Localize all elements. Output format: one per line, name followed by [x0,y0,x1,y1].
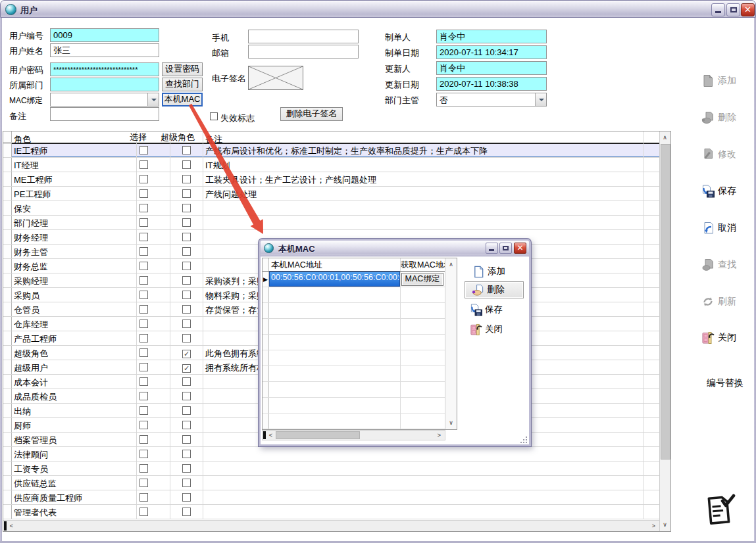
refresh-button[interactable]: 刷新 [701,293,753,310]
role-row[interactable]: 部门经理 [3,216,670,230]
role-row[interactable]: 供应链总监 [3,476,670,490]
scroll-thumb[interactable] [661,144,670,460]
scroll-right-icon[interactable]: > [649,521,659,531]
scroll-left-icon[interactable]: < [7,521,16,531]
super-role-checkbox[interactable] [182,450,191,458]
dialog-maximize-button[interactable] [499,243,512,254]
super-role-checkbox[interactable] [182,493,191,502]
super-role-checkbox[interactable] [182,276,191,285]
update-date-input[interactable] [436,77,547,91]
dept-manager-dropdown[interactable]: 否 [436,93,547,106]
super-role-checkbox[interactable] [182,479,191,487]
dialog-minimize-button[interactable] [486,243,498,254]
create-date-input[interactable] [436,45,547,59]
select-checkbox[interactable] [139,421,148,429]
scroll-thumb[interactable] [276,431,360,439]
dialog-save-button[interactable]: 保存 [470,301,503,318]
password-input[interactable] [50,62,159,76]
dialog-add-button[interactable]: 添加 [472,263,505,280]
creator-input[interactable] [436,30,547,43]
find-button[interactable]: 查找 [701,256,753,273]
role-row[interactable]: ME工程师工装夹具设计；生产工艺设计；产线问题处理 [3,172,670,187]
super-role-checkbox[interactable] [182,508,191,516]
super-role-checkbox[interactable] [182,146,191,154]
esign-placeholder[interactable] [248,66,303,90]
super-role-checkbox[interactable] [182,175,191,183]
mac-vscrollbar[interactable]: ∧ ∨ [445,258,457,429]
select-checkbox[interactable] [139,146,148,154]
super-role-checkbox[interactable] [182,247,191,256]
maximize-button[interactable] [726,3,740,16]
save-button[interactable]: 保存 [701,183,753,200]
roles-vscrollbar[interactable]: ∧ ∨ [659,131,670,531]
role-row[interactable]: 管理者代表 [3,505,670,519]
dialog-close-button[interactable]: ✕ [514,243,526,254]
resize-grip[interactable] [520,437,527,443]
note-input[interactable] [50,107,159,121]
user-code-input[interactable] [50,28,159,42]
dialog-close-action-button[interactable]: 关闭 [470,321,503,338]
select-checkbox[interactable] [139,508,148,516]
super-role-checkbox[interactable] [182,204,191,212]
scroll-up-icon[interactable]: ∧ [446,260,456,270]
select-checkbox[interactable] [139,291,148,299]
scroll-right-icon[interactable]: > [434,431,444,440]
chevron-down-icon[interactable] [535,93,546,106]
modify-button[interactable]: 修改 [701,146,753,163]
document-check-icon[interactable] [703,492,736,529]
minimize-button[interactable] [711,3,725,16]
set-password-button[interactable]: 设置密码 [162,62,203,76]
role-row[interactable]: 工资专员 [3,461,670,476]
role-row[interactable]: 保安 [3,201,670,216]
select-checkbox[interactable] [139,435,148,444]
cancel-button[interactable]: 取消 [701,220,753,237]
select-checkbox[interactable] [139,479,148,487]
super-role-checkbox[interactable] [182,334,191,342]
super-role-checkbox[interactable] [182,392,191,400]
scroll-left-icon[interactable]: < [266,431,276,440]
select-checkbox[interactable] [139,363,148,371]
super-role-checkbox[interactable] [182,319,191,328]
local-mac-button[interactable]: 本机MAC [162,93,203,106]
select-checkbox[interactable] [139,348,148,357]
close-button[interactable]: ✕ [741,3,755,16]
invalid-flag-checkbox[interactable] [210,112,218,120]
chevron-down-icon[interactable] [147,93,159,106]
select-checkbox[interactable] [139,218,148,227]
scroll-down-icon[interactable]: ∨ [446,418,456,428]
delete-esign-button[interactable]: 删除电子签名 [280,107,343,121]
select-checkbox[interactable] [139,377,148,386]
super-role-checkbox[interactable] [182,291,191,299]
select-checkbox[interactable] [139,233,148,241]
scroll-up-icon[interactable]: ∧ [660,133,670,143]
super-role-checkbox[interactable] [182,218,191,227]
super-role-checkbox[interactable] [182,233,191,241]
dialog-titlebar[interactable]: 本机MAC ✕ [261,241,529,256]
super-role-checkbox[interactable]: ✓ [182,364,191,373]
super-role-checkbox[interactable] [182,377,191,386]
find-department-button[interactable]: 查找部门 [162,78,203,91]
delete-button[interactable]: 删除 [701,109,753,126]
add-button[interactable]: 添加 [701,72,753,89]
select-checkbox[interactable] [139,189,148,198]
role-row[interactable]: 供应商质量工程师 [3,490,670,505]
select-checkbox[interactable] [139,392,148,400]
select-checkbox[interactable] [139,334,148,342]
select-checkbox[interactable] [139,493,148,502]
select-checkbox[interactable] [139,204,148,212]
mac-bind-dropdown[interactable] [50,93,159,106]
super-role-checkbox[interactable] [182,262,191,270]
super-role-checkbox[interactable] [182,464,191,473]
role-row[interactable]: 法律顾问 [3,447,670,461]
super-role-checkbox[interactable] [182,160,191,169]
scroll-down-icon[interactable]: ∨ [660,520,670,530]
user-name-input[interactable] [50,43,159,57]
super-role-checkbox[interactable] [182,305,191,314]
super-role-checkbox[interactable]: ✓ [182,350,191,358]
mac-address-cell[interactable]: 00:50:56:C0:00:01,00:50:56:C0:00:0 [269,272,401,287]
roles-hscrollbar[interactable]: < > [3,520,659,531]
role-row[interactable]: IE工程师产线布局设计和优化；标准工时制定；生产效率和品质提升；生产成本下降 [3,143,670,158]
select-checkbox[interactable] [139,160,148,169]
mac-row[interactable]: ▶ 00:50:56:C0:00:01,00:50:56:C0:00:0 MAC… [263,272,457,287]
department-input[interactable] [50,78,159,91]
